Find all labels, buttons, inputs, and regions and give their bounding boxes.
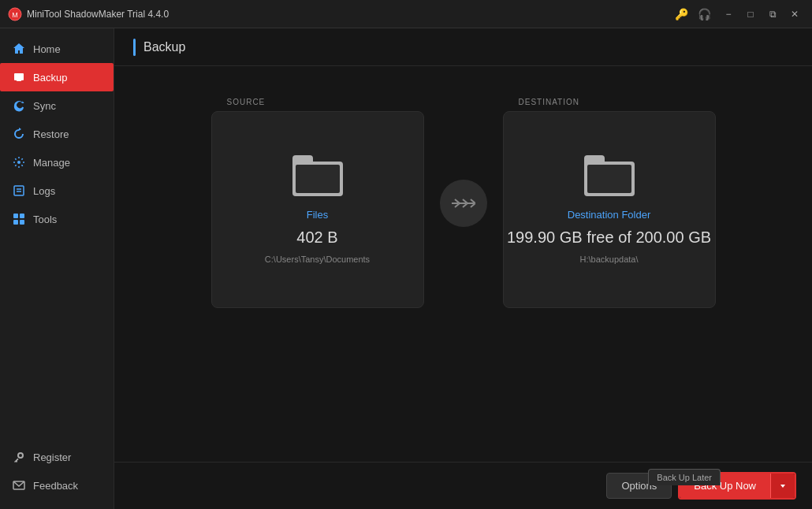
- svg-rect-10: [20, 214, 24, 218]
- content-area: SOURCE Files 402 B C:\Users\Tansy\Docume…: [114, 66, 812, 462]
- page-title-bar: Backup: [133, 39, 185, 56]
- backup-icon: [13, 71, 25, 84]
- svg-rect-3: [17, 80, 21, 81]
- titlebar: M MiniTool ShadowMaker Trial 4.4.0 🔑 🎧 −…: [0, 0, 812, 28]
- minimize-button[interactable]: −: [719, 5, 738, 24]
- logs-icon: [13, 184, 25, 197]
- source-path: C:\Users\Tansy\Documents: [265, 254, 370, 264]
- close-button[interactable]: ✕: [785, 5, 804, 24]
- sidebar-item-tools-label: Tools: [33, 214, 57, 225]
- main-content: Backup SOURCE Files 402 B: [114, 28, 812, 509]
- svg-marker-4: [19, 128, 21, 131]
- source-size: 402 B: [296, 228, 337, 247]
- headset-icon[interactable]: 🎧: [698, 8, 711, 20]
- sidebar-item-backup[interactable]: Backup: [0, 63, 114, 91]
- sidebar-item-sync[interactable]: Sync: [0, 91, 114, 120]
- app-title: MiniTool ShadowMaker Trial 4.4.0: [27, 9, 675, 20]
- sidebar-item-feedback-label: Feedback: [33, 480, 78, 492]
- svg-rect-11: [13, 220, 18, 225]
- destination-path: H:\backupdata\: [580, 254, 639, 264]
- titlebar-extras: 🔑 🎧: [675, 8, 711, 20]
- sidebar-item-home-label: Home: [33, 43, 61, 55]
- restore-button[interactable]: ⧉: [763, 5, 782, 24]
- source-link[interactable]: Files: [307, 209, 328, 221]
- sidebar-item-restore[interactable]: Restore: [0, 120, 114, 148]
- source-card[interactable]: Files 402 B C:\Users\Tansy\Documents: [211, 111, 424, 308]
- sidebar-item-register[interactable]: Register: [0, 443, 114, 471]
- window-controls: − □ ⧉ ✕: [719, 5, 804, 24]
- sidebar-item-home[interactable]: Home: [0, 35, 114, 63]
- key-icon: [13, 451, 25, 463]
- sidebar-item-feedback[interactable]: Feedback: [0, 471, 114, 500]
- sidebar-item-restore-label: Restore: [33, 128, 69, 140]
- svg-rect-2: [14, 73, 24, 80]
- sidebar-item-backup-label: Backup: [33, 72, 67, 84]
- svg-point-5: [17, 161, 20, 164]
- sidebar-item-tools[interactable]: Tools: [0, 205, 114, 233]
- source-label: SOURCE: [211, 98, 266, 106]
- backup-panels: SOURCE Files 402 B C:\Users\Tansy\Docume…: [133, 98, 793, 308]
- restore-icon: [13, 128, 25, 140]
- sidebar-item-sync-label: Sync: [33, 100, 56, 112]
- manage-icon: [13, 156, 25, 169]
- svg-marker-14: [780, 485, 785, 488]
- sidebar-item-manage-label: Manage: [33, 157, 70, 169]
- svg-text:M: M: [12, 11, 18, 19]
- key-icon[interactable]: 🔑: [675, 8, 688, 20]
- mail-icon: [13, 479, 25, 492]
- sidebar-item-register-label: Register: [33, 451, 71, 463]
- backup-later-label[interactable]: Back Up Later: [648, 469, 721, 485]
- sidebar-bottom: Register Feedback: [0, 443, 114, 509]
- svg-rect-6: [14, 186, 24, 195]
- destination-link[interactable]: Destination Folder: [568, 209, 651, 221]
- app-icon: M: [8, 7, 22, 21]
- destination-label: DESTINATION: [503, 98, 579, 106]
- sidebar-item-manage[interactable]: Manage: [0, 148, 114, 176]
- svg-rect-12: [20, 220, 24, 225]
- source-panel-wrapper: SOURCE Files 402 B C:\Users\Tansy\Docume…: [211, 98, 424, 308]
- arrow-icon: [440, 180, 487, 227]
- source-folder-icon: [292, 155, 343, 196]
- page-title: Backup: [143, 40, 185, 54]
- svg-rect-9: [13, 214, 18, 218]
- bottom-bar: Back Up Later Options Back Up Now: [114, 462, 812, 509]
- sync-icon: [13, 99, 25, 112]
- sidebar-item-logs-label: Logs: [33, 185, 55, 197]
- sidebar-item-logs[interactable]: Logs: [0, 176, 114, 205]
- maximize-button[interactable]: □: [741, 5, 760, 24]
- app-body: Home Backup Sync Restore Manage: [0, 28, 812, 509]
- sidebar: Home Backup Sync Restore Manage: [0, 28, 114, 509]
- destination-folder-icon: [584, 155, 635, 196]
- destination-free-space: 199.90 GB free of 200.00 GB: [507, 228, 711, 247]
- title-accent: [133, 39, 136, 56]
- destination-panel-wrapper: DESTINATION Destination Folder 199.90 GB…: [503, 98, 716, 308]
- destination-card[interactable]: Destination Folder 199.90 GB free of 200…: [503, 111, 716, 308]
- page-header: Backup: [114, 28, 812, 66]
- home-icon: [13, 43, 25, 55]
- backup-now-dropdown-button[interactable]: [770, 474, 795, 498]
- tools-icon: [13, 213, 25, 225]
